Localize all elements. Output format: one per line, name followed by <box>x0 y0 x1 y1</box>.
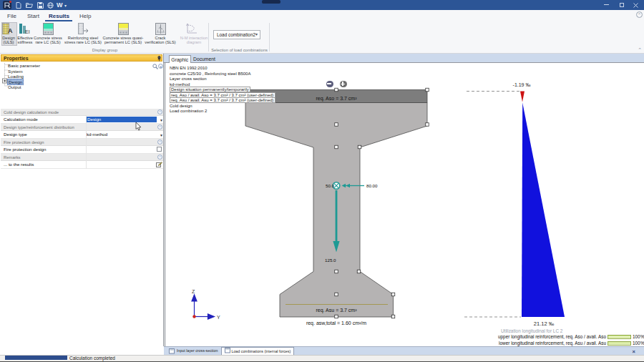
svg-text:125.0: 125.0 <box>325 258 336 263</box>
svg-text:Y: Y <box>217 315 220 320</box>
svg-text:Z: Z <box>192 289 195 294</box>
svg-text:req. Aso = 3.7 cm²: req. Aso = 3.7 cm² <box>316 96 358 102</box>
svg-text:req. asw,total = 1.60 cm²/m: req. asw,total = 1.60 cm²/m <box>306 321 366 326</box>
svg-text:80.00: 80.00 <box>366 183 378 188</box>
svg-text:EI: EI <box>25 29 30 34</box>
svg-text:50.0: 50.0 <box>326 183 335 188</box>
svg-text:A: A <box>8 27 13 34</box>
svg-text:req. Asu = 3.7 cm²: req. Asu = 3.7 cm² <box>316 308 358 313</box>
svg-text:21.12 ‰: 21.12 ‰ <box>534 321 555 327</box>
svg-text:-1.19 ‰: -1.19 ‰ <box>513 82 531 87</box>
